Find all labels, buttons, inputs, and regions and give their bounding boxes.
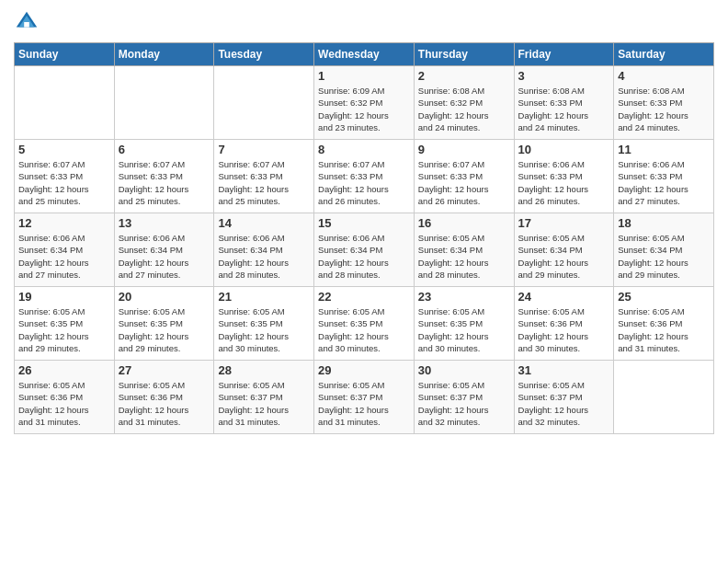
day-info: Sunrise: 6:06 AM Sunset: 6:33 PM Dayligh… [518,158,610,207]
day-number: 20 [119,290,210,304]
day-number: 16 [418,216,510,230]
day-header-friday: Friday [514,43,614,66]
day-number: 2 [418,69,510,83]
day-number: 28 [218,363,310,377]
day-number: 13 [119,216,210,230]
calendar-cell: 26Sunrise: 6:05 AM Sunset: 6:36 PM Dayli… [15,361,115,434]
day-number: 6 [119,143,210,156]
calendar-cell: 24Sunrise: 6:05 AM Sunset: 6:36 PM Dayli… [514,287,614,361]
calendar-cell: 18Sunrise: 6:05 AM Sunset: 6:34 PM Dayli… [614,213,714,287]
calendar-cell: 25Sunrise: 6:05 AM Sunset: 6:36 PM Dayli… [614,287,714,361]
day-info: Sunrise: 6:05 AM Sunset: 6:36 PM Dayligh… [618,305,710,354]
calendar-cell: 6Sunrise: 6:07 AM Sunset: 6:33 PM Daylig… [114,140,214,213]
day-info: Sunrise: 6:07 AM Sunset: 6:33 PM Dayligh… [318,158,410,207]
day-number: 8 [318,143,410,156]
calendar-cell: 16Sunrise: 6:05 AM Sunset: 6:34 PM Dayli… [414,213,514,287]
week-row-1: 1Sunrise: 6:09 AM Sunset: 6:32 PM Daylig… [15,66,714,140]
day-info: Sunrise: 6:06 AM Sunset: 6:34 PM Dayligh… [318,232,410,281]
calendar-cell: 21Sunrise: 6:05 AM Sunset: 6:35 PM Dayli… [214,287,314,361]
header [14,9,714,35]
calendar-cell: 1Sunrise: 6:09 AM Sunset: 6:32 PM Daylig… [314,66,415,140]
day-info: Sunrise: 6:07 AM Sunset: 6:33 PM Dayligh… [218,158,310,207]
day-info: Sunrise: 6:07 AM Sunset: 6:33 PM Dayligh… [18,158,110,207]
day-number: 30 [418,363,510,377]
calendar-cell: 5Sunrise: 6:07 AM Sunset: 6:33 PM Daylig… [15,140,115,213]
day-number: 23 [418,290,510,304]
day-number: 22 [318,290,410,304]
logo-icon [14,9,40,35]
calendar-cell: 8Sunrise: 6:07 AM Sunset: 6:33 PM Daylig… [314,140,415,213]
day-info: Sunrise: 6:05 AM Sunset: 6:34 PM Dayligh… [518,232,610,281]
day-info: Sunrise: 6:05 AM Sunset: 6:34 PM Dayligh… [618,232,710,281]
page-container: SundayMondayTuesdayWednesdayThursdayFrid… [0,0,728,563]
day-number: 11 [618,143,710,156]
day-info: Sunrise: 6:08 AM Sunset: 6:33 PM Dayligh… [618,85,710,133]
day-info: Sunrise: 6:05 AM Sunset: 6:35 PM Dayligh… [318,305,410,354]
day-number: 12 [18,216,110,230]
calendar-cell [214,66,314,140]
calendar-cell: 4Sunrise: 6:08 AM Sunset: 6:33 PM Daylig… [614,66,714,140]
day-number: 24 [518,290,610,304]
day-info: Sunrise: 6:05 AM Sunset: 6:37 PM Dayligh… [418,379,510,428]
day-number: 21 [218,290,310,304]
week-row-2: 5Sunrise: 6:07 AM Sunset: 6:33 PM Daylig… [15,140,714,213]
day-info: Sunrise: 6:09 AM Sunset: 6:32 PM Dayligh… [318,85,410,133]
day-info: Sunrise: 6:05 AM Sunset: 6:36 PM Dayligh… [18,379,110,428]
day-header-sunday: Sunday [15,43,115,66]
day-number: 18 [618,216,710,230]
calendar-cell: 10Sunrise: 6:06 AM Sunset: 6:33 PM Dayli… [514,140,614,213]
calendar-cell: 2Sunrise: 6:08 AM Sunset: 6:32 PM Daylig… [414,66,514,140]
logo [14,9,43,35]
svg-rect-2 [24,22,29,28]
day-info: Sunrise: 6:05 AM Sunset: 6:35 PM Dayligh… [418,305,510,354]
week-row-5: 26Sunrise: 6:05 AM Sunset: 6:36 PM Dayli… [15,361,714,434]
day-number: 17 [518,216,610,230]
calendar-cell: 28Sunrise: 6:05 AM Sunset: 6:37 PM Dayli… [214,361,314,434]
calendar-cell: 13Sunrise: 6:06 AM Sunset: 6:34 PM Dayli… [114,213,214,287]
day-info: Sunrise: 6:05 AM Sunset: 6:37 PM Dayligh… [318,379,410,428]
calendar-cell: 22Sunrise: 6:05 AM Sunset: 6:35 PM Dayli… [314,287,415,361]
day-number: 27 [119,363,210,377]
week-row-3: 12Sunrise: 6:06 AM Sunset: 6:34 PM Dayli… [15,213,714,287]
day-number: 19 [18,290,110,304]
day-number: 15 [318,216,410,230]
calendar-cell: 9Sunrise: 6:07 AM Sunset: 6:33 PM Daylig… [414,140,514,213]
day-number: 5 [18,143,110,156]
day-info: Sunrise: 6:07 AM Sunset: 6:33 PM Dayligh… [418,158,510,207]
calendar-cell: 29Sunrise: 6:05 AM Sunset: 6:37 PM Dayli… [314,361,415,434]
day-info: Sunrise: 6:08 AM Sunset: 6:33 PM Dayligh… [518,85,610,133]
calendar-cell [114,66,214,140]
day-info: Sunrise: 6:05 AM Sunset: 6:35 PM Dayligh… [218,305,310,354]
calendar-cell: 15Sunrise: 6:06 AM Sunset: 6:34 PM Dayli… [314,213,415,287]
day-info: Sunrise: 6:08 AM Sunset: 6:32 PM Dayligh… [418,85,510,133]
calendar-cell: 17Sunrise: 6:05 AM Sunset: 6:34 PM Dayli… [514,213,614,287]
day-number: 25 [618,290,710,304]
day-number: 26 [18,363,110,377]
day-header-saturday: Saturday [614,43,714,66]
day-info: Sunrise: 6:05 AM Sunset: 6:36 PM Dayligh… [119,379,210,428]
day-info: Sunrise: 6:05 AM Sunset: 6:34 PM Dayligh… [418,232,510,281]
day-info: Sunrise: 6:06 AM Sunset: 6:34 PM Dayligh… [119,232,210,281]
day-info: Sunrise: 6:05 AM Sunset: 6:36 PM Dayligh… [518,305,610,354]
calendar-cell: 23Sunrise: 6:05 AM Sunset: 6:35 PM Dayli… [414,287,514,361]
day-info: Sunrise: 6:05 AM Sunset: 6:37 PM Dayligh… [518,379,610,428]
calendar-cell: 3Sunrise: 6:08 AM Sunset: 6:33 PM Daylig… [514,66,614,140]
day-info: Sunrise: 6:05 AM Sunset: 6:37 PM Dayligh… [218,379,310,428]
week-row-4: 19Sunrise: 6:05 AM Sunset: 6:35 PM Dayli… [15,287,714,361]
calendar-cell: 7Sunrise: 6:07 AM Sunset: 6:33 PM Daylig… [214,140,314,213]
calendar-cell: 30Sunrise: 6:05 AM Sunset: 6:37 PM Dayli… [414,361,514,434]
day-info: Sunrise: 6:05 AM Sunset: 6:35 PM Dayligh… [18,305,110,354]
day-number: 29 [318,363,410,377]
day-header-thursday: Thursday [414,43,514,66]
day-number: 9 [418,143,510,156]
day-info: Sunrise: 6:06 AM Sunset: 6:33 PM Dayligh… [618,158,710,207]
day-number: 10 [518,143,610,156]
day-info: Sunrise: 6:06 AM Sunset: 6:34 PM Dayligh… [218,232,310,281]
calendar-cell: 19Sunrise: 6:05 AM Sunset: 6:35 PM Dayli… [15,287,115,361]
day-info: Sunrise: 6:07 AM Sunset: 6:33 PM Dayligh… [119,158,210,207]
day-header-wednesday: Wednesday [314,43,415,66]
day-number: 14 [218,216,310,230]
calendar-header-row: SundayMondayTuesdayWednesdayThursdayFrid… [15,43,714,66]
day-number: 7 [218,143,310,156]
day-header-monday: Monday [114,43,214,66]
